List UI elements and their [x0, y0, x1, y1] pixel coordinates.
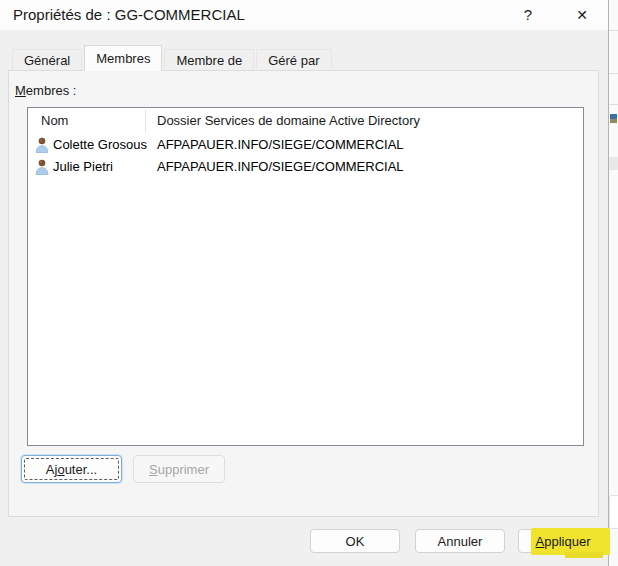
member-folder: AFPAPAUER.INFO/SIEGE/COMMERCIAL: [157, 156, 404, 178]
tab-membre-de[interactable]: Membre de: [164, 49, 254, 71]
membres-tab-page: Membres : Nom Dossier Services de domain…: [8, 70, 599, 517]
ok-button[interactable]: OK: [310, 529, 400, 553]
background-button-fragment: [609, 495, 618, 529]
member-folder: AFPAPAUER.INFO/SIEGE/COMMERCIAL: [157, 134, 404, 156]
background-divider-line: [609, 104, 618, 105]
add-button-label: Ajouter...: [46, 462, 97, 477]
add-button[interactable]: Ajouter...: [21, 455, 122, 483]
apply-button-label: Appliquer: [536, 534, 591, 549]
members-list[interactable]: Nom Dossier Services de domaine Active D…: [27, 107, 584, 446]
apply-button[interactable]: Appliquer: [518, 529, 608, 553]
tab-general[interactable]: Général: [12, 49, 82, 71]
cancel-button[interactable]: Annuler: [415, 529, 505, 553]
background-icon-fragment: [610, 119, 617, 123]
column-header-folder[interactable]: Dossier Services de domaine Active Direc…: [157, 108, 420, 134]
yellow-highlight-tail: [565, 552, 603, 558]
remove-button: Supprimer: [133, 455, 225, 483]
dialog-title: Propriétés de : GG-COMMERCIAL: [13, 0, 245, 30]
member-name: Julie Pietri: [53, 156, 113, 178]
list-header: Nom Dossier Services de domaine Active D…: [28, 108, 583, 134]
title-bar: Propriétés de : GG-COMMERCIAL ? ✕: [0, 0, 608, 30]
help-icon[interactable]: ?: [513, 0, 543, 30]
table-row[interactable]: Colette Grosous AFPAPAUER.INFO/SIEGE/COM…: [28, 134, 583, 156]
background-window-edge: [609, 0, 618, 566]
tab-gere-par[interactable]: Géré par: [256, 49, 331, 71]
background-divider-line: [609, 30, 618, 31]
members-list-label: Membres :: [15, 83, 76, 98]
background-panel-fragment: [609, 157, 618, 170]
user-icon: [35, 137, 49, 153]
column-divider[interactable]: [145, 110, 146, 132]
background-divider-line: [609, 73, 618, 74]
cancel-button-label: Annuler: [438, 534, 483, 549]
tab-strip: Général Membres Membre de Géré par: [12, 45, 334, 71]
user-icon: [35, 159, 49, 175]
member-name: Colette Grosous: [53, 134, 147, 156]
column-header-nom[interactable]: Nom: [41, 108, 68, 134]
table-row[interactable]: Julie Pietri AFPAPAUER.INFO/SIEGE/COMMER…: [28, 156, 583, 178]
close-icon[interactable]: ✕: [564, 0, 600, 30]
remove-button-label: Supprimer: [149, 462, 209, 477]
ok-button-label: OK: [346, 534, 365, 549]
tab-membres[interactable]: Membres: [84, 45, 162, 71]
properties-dialog: Propriétés de : GG-COMMERCIAL ? ✕ Généra…: [0, 0, 609, 566]
